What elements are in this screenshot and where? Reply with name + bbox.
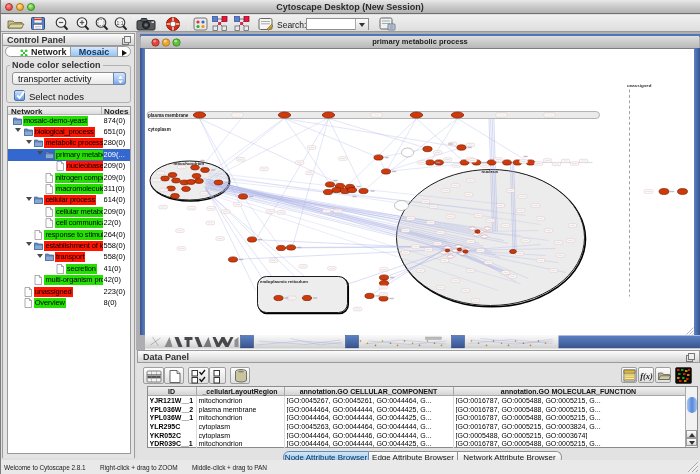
svg-text:cytoplasm: cytoplasm bbox=[148, 127, 171, 132]
svg-text:nucleus: nucleus bbox=[481, 169, 498, 174]
svg-text:1:1: 1:1 bbox=[117, 20, 124, 26]
svg-text:unassigned: unassigned bbox=[627, 83, 652, 88]
svg-text:endoplasmic reticulum: endoplasmic reticulum bbox=[260, 278, 308, 283]
svg-text:plasma membrane: plasma membrane bbox=[148, 112, 189, 117]
svg-text:f(x): f(x) bbox=[640, 370, 653, 380]
